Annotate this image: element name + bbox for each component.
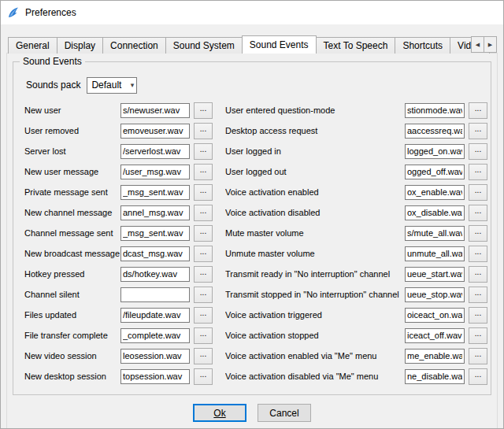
sound-event-row: Hotkey pressed... [24, 264, 213, 284]
browse-button[interactable]: ... [469, 348, 487, 364]
browse-button[interactable]: ... [194, 266, 213, 283]
sound-file-input[interactable] [405, 349, 465, 364]
sound-event-row: Transmit ready in "No interruption" chan… [225, 264, 487, 284]
sound-file-input[interactable] [120, 144, 190, 159]
sound-event-label: Files updated [24, 310, 120, 320]
sound-file-input[interactable] [405, 144, 465, 159]
browse-button[interactable]: ... [469, 102, 487, 119]
sound-file-input[interactable] [405, 267, 465, 282]
sound-event-label: Voice activation disabled via "Me" menu [225, 372, 405, 381]
tab-display[interactable]: Display [57, 37, 103, 54]
preferences-dialog: Preferences GeneralDisplayConnectionSoun… [0, 0, 504, 429]
sound-event-label: Voice activation enabled via "Me" menu [225, 351, 405, 361]
browse-button[interactable]: ... [194, 246, 213, 262]
sound-event-row: Channel message sent... [24, 223, 213, 243]
sound-file-input[interactable] [120, 349, 190, 364]
browse-button[interactable]: ... [194, 102, 213, 119]
ok-button[interactable]: Ok [193, 404, 246, 422]
sounds-pack-value: Default [91, 80, 121, 91]
sounds-pack-row: Sounds pack Default ▾ [26, 76, 481, 94]
browse-button[interactable]: ... [194, 225, 213, 242]
sound-event-label: New user message [24, 167, 120, 176]
browse-button[interactable]: ... [194, 348, 213, 364]
sound-file-input[interactable] [120, 103, 190, 118]
sound-event-row: New broadcast message... [24, 243, 213, 264]
sound-event-row: New user... [24, 100, 213, 120]
tab-scroll-buttons: ◀ ▶ [472, 36, 497, 53]
sound-file-input[interactable] [120, 267, 190, 282]
sound-file-input[interactable] [405, 287, 465, 302]
sound-file-input[interactable] [405, 308, 465, 323]
browse-button[interactable]: ... [469, 307, 487, 324]
tab-general[interactable]: General [8, 37, 57, 54]
sound-event-label: Channel message sent [24, 228, 120, 238]
sound-event-row: Voice activation disabled via "Me" menu.… [225, 366, 487, 386]
sound-event-label: New video session [24, 351, 120, 361]
sound-file-input[interactable] [405, 246, 465, 261]
browse-button[interactable]: ... [194, 143, 213, 160]
tab-shortcuts[interactable]: Shortcuts [395, 37, 450, 54]
tab-bar: GeneralDisplayConnectionSound SystemSoun… [1, 35, 503, 54]
sound-event-label: Unmute master volume [225, 249, 405, 258]
browse-button[interactable]: ... [469, 164, 487, 180]
sound-file-input[interactable] [405, 103, 465, 118]
browse-button[interactable]: ... [469, 143, 487, 160]
sound-file-input[interactable] [405, 205, 465, 220]
sound-file-input[interactable] [120, 246, 190, 261]
browse-button[interactable]: ... [469, 327, 487, 344]
browse-button[interactable]: ... [194, 123, 213, 139]
sound-file-input[interactable] [120, 226, 190, 241]
sound-event-label: Channel silent [24, 290, 120, 299]
sound-file-input[interactable] [405, 185, 465, 200]
sound-file-input[interactable] [405, 165, 465, 179]
sound-file-input[interactable] [405, 328, 465, 343]
sound-file-input[interactable] [405, 124, 465, 139]
tab-text-to-speech[interactable]: Text To Speech [316, 37, 396, 54]
browse-button[interactable]: ... [194, 205, 213, 221]
cancel-button[interactable]: Cancel [258, 404, 311, 422]
browse-button[interactable]: ... [469, 287, 487, 303]
sound-event-row: File transfer complete... [24, 325, 213, 346]
tab-page-sound-events: Sound Events Sounds pack Default ▾ New u… [6, 53, 498, 429]
browse-button[interactable]: ... [194, 164, 213, 180]
sound-event-label: Voice activation disabled [225, 208, 405, 217]
sound-file-input[interactable] [120, 205, 190, 220]
browse-button[interactable]: ... [469, 184, 487, 201]
sounds-pack-label: Sounds pack [26, 80, 80, 91]
browse-button[interactable]: ... [194, 184, 213, 201]
sound-events-columns: New user...User removed...Server lost...… [24, 100, 481, 386]
tab-sound-events[interactable]: Sound Events [242, 35, 317, 54]
sound-file-input[interactable] [405, 226, 465, 241]
sounds-pack-select[interactable]: Default ▾ [87, 77, 137, 94]
tab-connection[interactable]: Connection [102, 37, 166, 54]
browse-button[interactable]: ... [194, 287, 213, 303]
browse-button[interactable]: ... [469, 123, 487, 139]
sound-event-label: New channel message [24, 208, 120, 217]
browse-button[interactable]: ... [469, 246, 487, 262]
sound-event-row: Voice activation enabled... [225, 182, 487, 202]
sound-event-row: User logged out... [225, 161, 487, 182]
sound-file-input[interactable] [120, 308, 190, 323]
browse-button[interactable]: ... [469, 368, 487, 385]
sound-event-row: New channel message... [24, 202, 213, 223]
sound-file-input[interactable] [120, 124, 190, 139]
tab-sound-system[interactable]: Sound System [165, 37, 243, 54]
sound-file-input[interactable] [120, 287, 190, 302]
browse-button[interactable]: ... [469, 225, 487, 242]
sound-event-row: Channel silent... [24, 284, 213, 305]
sound-event-row: User logged in... [225, 141, 487, 161]
sound-file-input[interactable] [120, 369, 190, 384]
browse-button[interactable]: ... [194, 368, 213, 385]
window-titlebar: Preferences [1, 1, 503, 24]
sound-event-row: Voice activation stopped... [225, 325, 487, 346]
tab-scroll-right-button[interactable]: ▶ [484, 36, 497, 53]
sound-file-input[interactable] [120, 328, 190, 343]
browse-button[interactable]: ... [469, 266, 487, 283]
sound-file-input[interactable] [120, 185, 190, 200]
sound-file-input[interactable] [120, 165, 190, 179]
sound-file-input[interactable] [405, 369, 465, 384]
browse-button[interactable]: ... [194, 307, 213, 324]
tab-scroll-left-button[interactable]: ◀ [471, 36, 484, 53]
browse-button[interactable]: ... [194, 327, 213, 344]
browse-button[interactable]: ... [469, 205, 487, 221]
